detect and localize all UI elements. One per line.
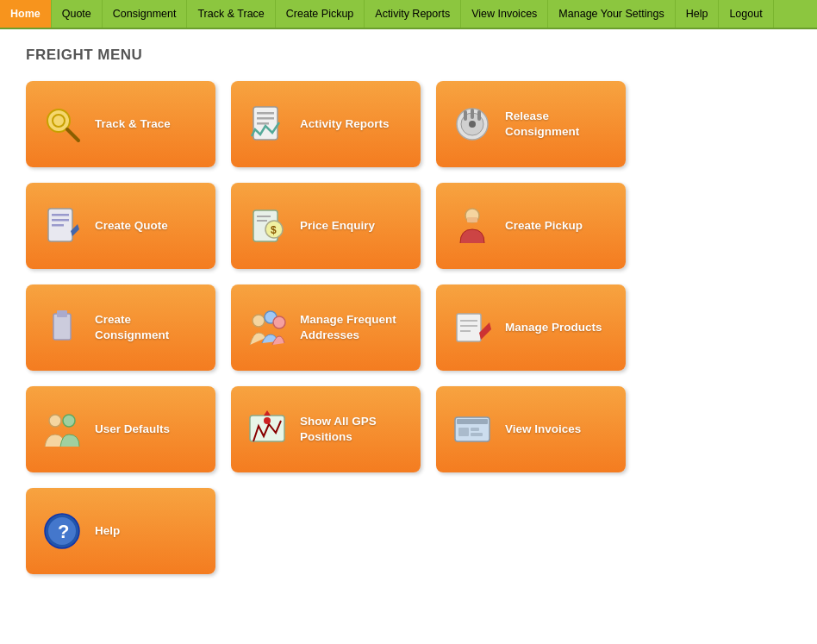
svg-point-12 [469, 121, 476, 128]
tile-manage-products[interactable]: Manage Products [436, 284, 626, 371]
main-content: Freight Menu Track & Trace Activity Repo… [0, 29, 817, 591]
nav-item-help[interactable]: Help [676, 0, 720, 28]
create-quote-icon [41, 205, 83, 247]
svg-rect-14 [52, 214, 69, 216]
svg-rect-29 [457, 314, 481, 341]
create-consignment-icon [41, 307, 83, 348]
svg-text:$: $ [271, 224, 277, 236]
nav-item-logout[interactable]: Logout [719, 0, 773, 28]
nav-item-view-invoices[interactable]: View Invoices [461, 0, 548, 28]
tile-price-enquiry[interactable]: $ Price Enquiry [231, 183, 421, 269]
tile-activity-reports[interactable]: Activity Reports [231, 81, 421, 167]
show-gps-icon [246, 409, 288, 450]
svg-line-1 [67, 129, 78, 141]
svg-rect-23 [467, 217, 477, 222]
help-label: Help [95, 523, 120, 539]
view-invoices-label: View Invoices [505, 422, 581, 437]
tile-user-defaults[interactable]: User Defaults [26, 386, 215, 472]
show-gps-label: Show All GPS Positions [300, 414, 405, 444]
create-consignment-label: Create Consignment [95, 312, 200, 342]
svg-rect-40 [471, 428, 479, 431]
track-trace-label: Track & Trace [95, 116, 171, 132]
view-invoices-icon [452, 409, 493, 450]
tile-create-pickup[interactable]: Create Pickup [436, 183, 626, 269]
create-pickup-icon [452, 205, 493, 247]
svg-rect-38 [457, 419, 488, 424]
svg-point-26 [253, 315, 265, 327]
tile-track-trace[interactable]: Track & Trace [26, 81, 215, 167]
manage-products-icon [452, 307, 493, 348]
release-consignment-label: Release Consignment [505, 109, 610, 139]
svg-rect-20 [257, 216, 271, 217]
nav-item-create-pickup[interactable]: Create Pickup [276, 0, 365, 28]
svg-rect-11 [477, 110, 481, 121]
svg-rect-24 [53, 314, 71, 340]
nav-item-manage-your-settings[interactable]: Manage Your Settings [548, 0, 675, 28]
tile-show-gps[interactable]: Show All GPS Positions [231, 386, 421, 472]
manage-products-label: Manage Products [505, 320, 602, 335]
track-trace-icon [41, 103, 83, 145]
page-title: Freight Menu [26, 47, 791, 64]
nav-item-home[interactable]: Home [0, 0, 52, 28]
svg-point-36 [264, 417, 271, 424]
svg-rect-16 [52, 224, 64, 227]
nav-item-consignment[interactable]: Consignment [103, 0, 188, 28]
menu-grid: Track & Trace Activity Reports Release C… [26, 81, 791, 574]
release-consignment-icon [452, 103, 493, 145]
user-defaults-label: User Defaults [95, 422, 170, 437]
svg-rect-6 [257, 122, 269, 125]
help-icon: ? [41, 510, 83, 552]
activity-reports-label: Activity Reports [300, 116, 390, 132]
svg-rect-15 [52, 219, 69, 222]
user-defaults-icon [41, 409, 83, 450]
svg-rect-39 [458, 428, 469, 436]
activity-reports-icon [246, 103, 288, 145]
svg-point-28 [273, 316, 285, 328]
price-enquiry-icon: $ [246, 205, 288, 247]
create-quote-label: Create Quote [95, 218, 168, 234]
svg-rect-41 [471, 433, 483, 436]
svg-point-34 [63, 415, 75, 427]
tile-create-consignment[interactable]: Create Consignment [26, 284, 215, 371]
svg-rect-4 [257, 112, 274, 115]
tile-help[interactable]: ? Help [26, 488, 215, 574]
svg-rect-21 [257, 220, 267, 222]
svg-point-33 [49, 415, 61, 427]
price-enquiry-label: Price Enquiry [300, 218, 375, 234]
nav-item-quote[interactable]: Quote [52, 0, 103, 28]
nav-item-track---trace[interactable]: Track & Trace [187, 0, 275, 28]
tile-view-invoices[interactable]: View Invoices [436, 386, 626, 472]
tile-release-consignment[interactable]: Release Consignment [436, 81, 626, 167]
manage-addresses-label: Manage Frequent Addresses [300, 312, 405, 342]
svg-rect-10 [471, 109, 474, 119]
nav-item-activity-reports[interactable]: Activity Reports [365, 0, 461, 28]
svg-text:?: ? [58, 521, 69, 542]
svg-rect-25 [57, 310, 67, 317]
navbar: HomeQuoteConsignmentTrack & TraceCreate … [0, 0, 817, 29]
tile-manage-addresses[interactable]: Manage Frequent Addresses [231, 284, 421, 371]
tile-create-quote[interactable]: Create Quote [26, 183, 215, 269]
svg-rect-5 [257, 117, 274, 120]
manage-addresses-icon [246, 307, 288, 348]
svg-rect-9 [464, 110, 467, 121]
create-pickup-label: Create Pickup [505, 218, 583, 234]
